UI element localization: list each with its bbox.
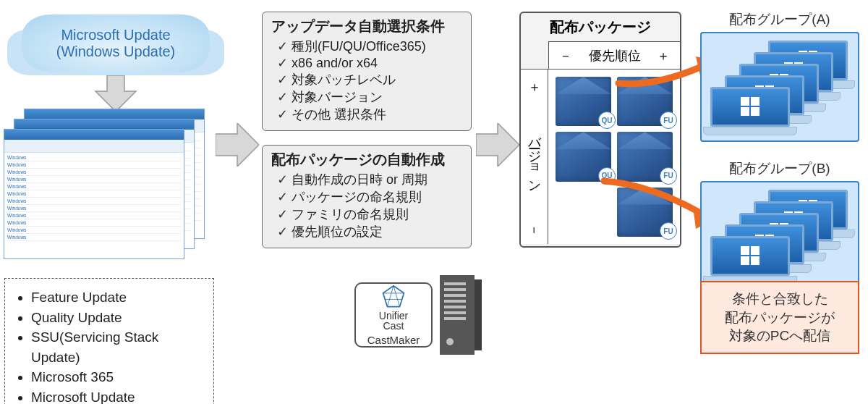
package-box-icon: QU: [556, 77, 611, 126]
svg-rect-4: [444, 288, 466, 291]
plus-icon: ＋: [657, 47, 670, 64]
svg-rect-1: [440, 275, 475, 355]
unifier-cast-logo-icon: [381, 285, 406, 309]
svg-rect-3: [444, 282, 466, 285]
svg-marker-0: [383, 285, 404, 306]
caption-l2: 配布パッケージが: [706, 308, 854, 327]
caption-l1: 条件と合致した: [706, 290, 854, 308]
group-b: 配布グループ(B): [700, 159, 859, 291]
package-grid: QU FU QU FU FU: [548, 69, 680, 244]
svg-rect-8: [444, 311, 466, 314]
package-tag: FU: [660, 111, 677, 129]
package-box-icon: FU: [617, 77, 673, 126]
catalog-window: WindowsWindowsWindowsWindowsWindowsWindo…: [4, 129, 184, 259]
svg-rect-9: [444, 317, 466, 320]
svg-rect-6: [444, 300, 466, 303]
package-tag: FU: [660, 222, 677, 240]
castmaker-badge: Unifier Cast CastMaker: [354, 282, 433, 348]
server-icon: [440, 275, 482, 355]
laptop-stack: [700, 32, 859, 142]
group-b-title: 配布グループ(B): [700, 159, 859, 178]
package-tag: QU: [598, 167, 616, 185]
plus-icon: ＋: [526, 77, 543, 90]
package-tag: QU: [598, 111, 616, 129]
list-item: その他 選択条件: [277, 106, 462, 123]
result-caption: 条件と合致した 配布パッケージが 対象のPCへ配信: [700, 281, 859, 354]
axis-label: バージョン: [526, 127, 543, 186]
caption-l3: 対象のPCへ配信: [706, 327, 854, 345]
list-item: Feature Update: [31, 287, 208, 308]
update-catalog-stack: WindowsWindowsWindowsWindowsWindowsWindo…: [4, 109, 206, 261]
axis-label: 優先順位: [589, 47, 641, 64]
svg-rect-2: [475, 279, 482, 350]
autobuild-box: 配布パッケージの自動作成 自動作成の日時 or 周期 パッケージの命名規則 ファ…: [262, 145, 472, 248]
group-a: 配布グループ(A): [700, 10, 859, 142]
ms-update-cloud: Microsoft Update (Windows Update): [22, 14, 210, 72]
update-types-box: Feature Update Quality Update SSU(Servic…: [4, 278, 214, 404]
package-box-icon: QU: [556, 132, 611, 181]
list-item: x86 and/or x64: [277, 55, 462, 71]
arrow-down-icon: [94, 75, 137, 111]
svg-rect-5: [444, 294, 466, 297]
list-item: 対象パッチレベル: [277, 71, 462, 88]
cloud-line2: (Windows Update): [56, 43, 176, 60]
list-item: 対象バージョン: [277, 88, 462, 106]
criteria-title: アップデータ自動選択条件: [271, 17, 462, 36]
package-tag: FU: [660, 167, 677, 185]
cloud-line1: Microsoft Update: [61, 27, 170, 43]
minus-icon: －: [559, 47, 572, 64]
list-item: SSU(Servicing Stack Update): [31, 327, 208, 367]
package-box-icon: FU: [617, 188, 673, 237]
list-item: Microsoft Update: [31, 387, 208, 404]
list-item: 自動作成の日時 or 周期: [277, 171, 462, 188]
package-box-icon: FU: [617, 132, 673, 181]
list-item: パッケージの命名規則: [277, 188, 462, 206]
list-item: Microsoft 365: [31, 367, 208, 387]
list-item: ファミリの命名規則: [277, 206, 462, 223]
list-item: 優先順位の設定: [277, 223, 462, 240]
version-axis: ＋ バージョン －: [521, 69, 548, 244]
group-a-title: 配布グループ(A): [700, 10, 859, 29]
package-title: 配布パッケージ: [521, 13, 680, 41]
list-item: Quality Update: [31, 308, 208, 328]
flow-arrow-icon: [476, 123, 519, 167]
laptop-stack: [700, 181, 859, 291]
autobuild-title: 配布パッケージの自動作成: [271, 150, 462, 169]
flow-arrow-icon: [216, 123, 259, 167]
castmaker-sub: CastMaker: [367, 334, 420, 346]
svg-rect-7: [444, 306, 466, 308]
package-panel: 配布パッケージ － 優先順位 ＋ ＋ バージョン － QU FU QU FU F…: [519, 12, 681, 248]
svg-point-10: [446, 338, 454, 345]
minus-icon: －: [526, 224, 543, 237]
brand-bottom: Cast: [383, 320, 404, 332]
criteria-box: アップデータ自動選択条件 種別(FU/QU/Office365) x86 and…: [262, 12, 472, 131]
priority-axis: － 優先順位 ＋: [548, 41, 680, 69]
list-item: 種別(FU/QU/Office365): [277, 38, 462, 55]
